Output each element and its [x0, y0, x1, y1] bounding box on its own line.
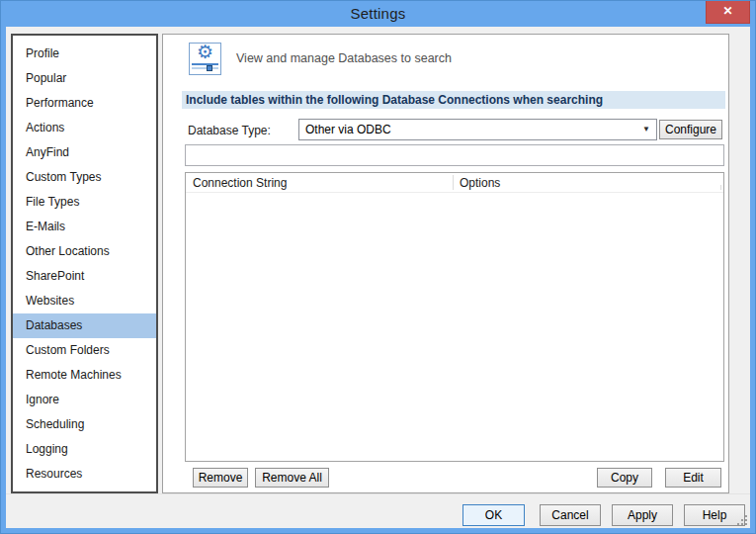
apply-button[interactable]: Apply — [612, 504, 673, 526]
section-header-text: Include tables within the following Data… — [182, 91, 725, 109]
sidebar-item-emails[interactable]: E-Mails — [13, 215, 156, 239]
titlebar: Settings — [1, 1, 755, 27]
copy-button[interactable]: Copy — [597, 468, 652, 488]
column-header-options: Options — [460, 173, 500, 193]
sidebar-item-websites[interactable]: Websites — [13, 289, 156, 313]
connections-table[interactable]: Connection String Options — [185, 172, 724, 462]
close-icon: ✕ — [722, 4, 732, 18]
sidebar-item-performance[interactable]: Performance — [13, 91, 156, 116]
chevron-down-icon: ▼ — [642, 120, 650, 139]
gear-icon: ⚙ — [190, 41, 220, 64]
sidebar-item-custom-folders[interactable]: Custom Folders — [13, 338, 156, 363]
connections-table-header: Connection String Options — [186, 173, 723, 193]
database-type-selected-value: Other via ODBC — [305, 120, 391, 139]
dialog-client-area: Profile Popular Performance Actions AnyF… — [6, 27, 750, 528]
cancel-button[interactable]: Cancel — [540, 504, 601, 526]
close-button[interactable]: ✕ — [706, 1, 750, 24]
sidebar-item-scheduling[interactable]: Scheduling — [13, 412, 156, 437]
column-header-connection-string: Connection String — [193, 173, 287, 193]
column-divider — [453, 175, 454, 190]
sidebar-item-other-locations[interactable]: Other Locations — [13, 239, 156, 264]
sidebar-item-actions[interactable]: Actions — [13, 116, 156, 140]
sidebar-item-logging[interactable]: Logging — [13, 437, 156, 462]
ok-button[interactable]: OK — [462, 504, 525, 526]
configure-button[interactable]: Configure — [659, 120, 722, 139]
remove-button[interactable]: Remove — [193, 468, 248, 488]
edit-button[interactable]: Edit — [665, 468, 721, 488]
sidebar-item-file-types[interactable]: File Types — [13, 190, 156, 215]
sidebar-item-anyfind[interactable]: AnyFind — [13, 140, 156, 165]
slider-track-icon — [192, 67, 218, 69]
slider-handle-icon — [207, 65, 212, 71]
sidebar-item-resources[interactable]: Resources — [13, 462, 156, 487]
database-type-dropdown[interactable]: Other via ODBC ▼ — [298, 119, 657, 140]
databases-settings-panel: ⚙ View and manage Databases to search In… — [162, 34, 729, 493]
database-type-label: Database Type: — [188, 124, 271, 137]
sidebar-item-databases[interactable]: Databases — [13, 313, 156, 338]
column-divider — [720, 185, 721, 190]
sidebar-item-sharepoint[interactable]: SharePoint — [13, 264, 156, 289]
resize-grip-icon[interactable] — [745, 523, 747, 525]
dialog-footer: OK Cancel Apply Help — [6, 493, 750, 528]
sidebar-item-ignore[interactable]: Ignore — [13, 388, 156, 412]
sidebar-item-popular[interactable]: Popular — [13, 66, 156, 91]
remove-all-button[interactable]: Remove All — [255, 468, 329, 488]
window-title: Settings — [1, 1, 755, 27]
sidebar-item-profile[interactable]: Profile — [13, 42, 156, 66]
settings-category-list: Profile Popular Performance Actions AnyF… — [11, 34, 158, 493]
section-header-bar: Include tables within the following Data… — [182, 91, 725, 109]
connection-string-input[interactable] — [185, 144, 724, 166]
settings-window: Settings ✕ Profile Popular Performance A… — [0, 0, 756, 534]
databases-settings-icon: ⚙ — [189, 43, 221, 75]
panel-caption: View and manage Databases to search — [236, 51, 452, 65]
connections-table-body[interactable] — [186, 194, 723, 461]
sidebar-item-custom-types[interactable]: Custom Types — [13, 165, 156, 190]
gear-icon-divider — [192, 63, 218, 65]
sidebar-item-remote-machines[interactable]: Remote Machines — [13, 363, 156, 388]
help-button[interactable]: Help — [684, 504, 745, 526]
